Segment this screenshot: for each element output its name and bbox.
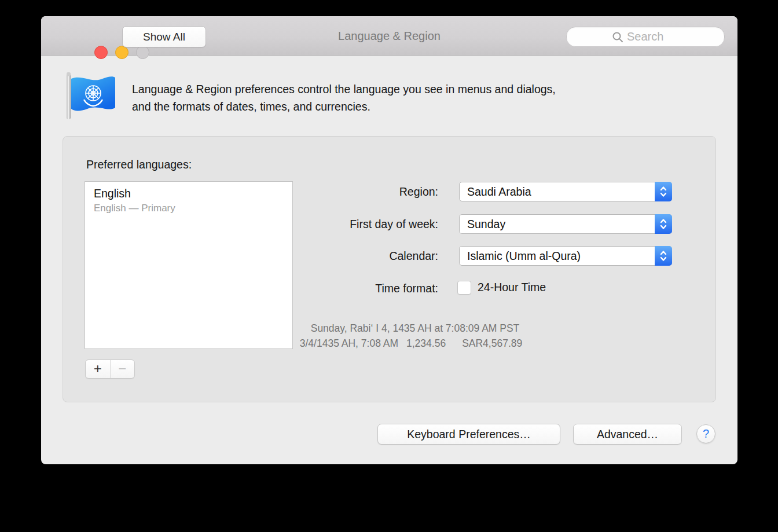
preview-date: 3/4/1435 AH, 7:08 AM xyxy=(300,337,398,349)
first-day-value: Sunday xyxy=(467,218,505,230)
close-button[interactable] xyxy=(94,46,108,59)
format-preview: Sunday, Rabiʻ I 4, 1435 AH at 7:08:09 AM… xyxy=(253,321,577,351)
24-hour-checkbox[interactable] xyxy=(457,281,471,295)
stepper-chevrons-icon xyxy=(655,182,672,201)
intro-line-1: Language & Region preferences control th… xyxy=(132,80,699,98)
remove-language-button[interactable]: − xyxy=(111,360,135,378)
preferred-languages-label: Preferred languages: xyxy=(86,158,192,171)
intro-line-2: and the formats of dates, times, and cur… xyxy=(132,98,699,115)
add-remove-group: + − xyxy=(85,359,135,379)
stepper-chevrons-icon xyxy=(655,246,672,266)
24-hour-label[interactable]: 24-Hour Time xyxy=(478,281,546,294)
language-name: English xyxy=(94,187,292,200)
region-label: Region: xyxy=(265,185,438,199)
search-field[interactable] xyxy=(566,27,725,47)
add-language-button[interactable]: + xyxy=(86,360,111,378)
region-value: Saudi Arabia xyxy=(467,185,531,198)
help-button[interactable]: ? xyxy=(696,424,715,443)
time-format-label: Time format: xyxy=(265,282,438,295)
show-all-button[interactable]: Show All xyxy=(122,26,206,47)
language-detail: English — Primary xyxy=(94,203,292,214)
zoom-button xyxy=(136,46,149,59)
settings-panel: Preferred languages: English English — P… xyxy=(63,136,716,402)
first-day-select[interactable]: Sunday xyxy=(459,214,672,234)
advanced-button[interactable]: Advanced… xyxy=(573,424,682,445)
language-region-window: Language & Region Show All xyxy=(41,16,737,464)
preview-currency: SAR4,567.89 xyxy=(462,337,522,349)
preview-number: 1,234.56 xyxy=(406,337,446,349)
calendar-select[interactable]: Islamic (Umm al-Qura) xyxy=(459,246,672,266)
search-input[interactable] xyxy=(627,30,679,43)
intro-text: Language & Region preferences control th… xyxy=(132,80,699,115)
calendar-value: Islamic (Umm al-Qura) xyxy=(467,250,581,262)
first-day-label: First day of week: xyxy=(265,218,438,231)
search-icon xyxy=(612,31,623,43)
preview-line-2: 3/4/1435 AH, 7:08 AM1,234.56SAR4,567.89 xyxy=(253,336,577,351)
minimize-button[interactable] xyxy=(115,46,129,59)
keyboard-preferences-button[interactable]: Keyboard Preferences… xyxy=(377,424,560,445)
stepper-chevrons-icon xyxy=(655,214,672,234)
titlebar[interactable]: Language & Region Show All xyxy=(41,16,737,56)
preview-line-1: Sunday, Rabiʻ I 4, 1435 AH at 7:08:09 AM… xyxy=(253,321,577,336)
list-item[interactable]: English English — Primary xyxy=(85,182,292,214)
desktop-background: Language & Region Show All xyxy=(0,0,778,532)
calendar-label: Calendar: xyxy=(265,250,438,263)
region-select[interactable]: Saudi Arabia xyxy=(459,182,672,201)
un-flag-icon xyxy=(62,71,118,120)
